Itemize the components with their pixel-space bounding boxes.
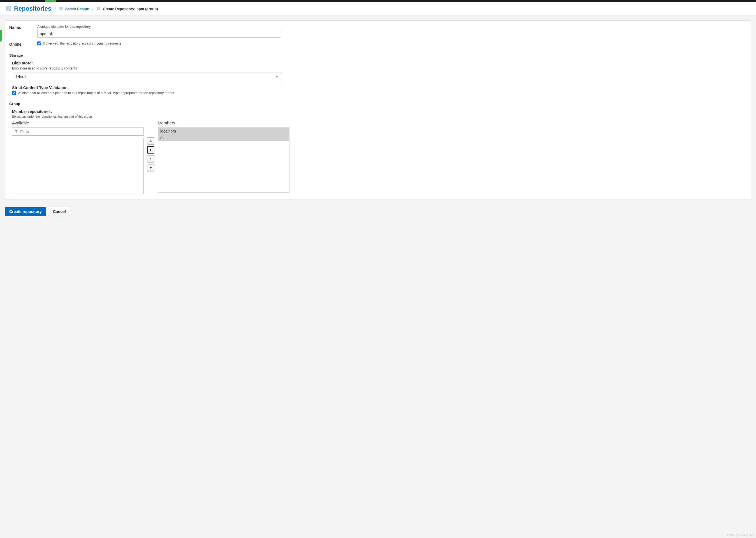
breadcrumb-root[interactable]: Repositories: [14, 5, 51, 12]
move-up-button[interactable]: [147, 137, 154, 144]
top-bar: [0, 0, 756, 2]
members-column: Members localnpm ali: [158, 121, 290, 194]
online-row: Online: If checked, the repository accep…: [9, 41, 747, 46]
blob-store-label: Blob store:: [12, 61, 747, 65]
cancel-button[interactable]: Cancel: [49, 207, 70, 216]
breadcrumb-separator: /: [91, 7, 94, 11]
member-repos-hint: Select and order the repositories that a…: [12, 115, 747, 118]
list-item[interactable]: localnpm: [158, 128, 289, 134]
strict-validation-hint: Validate that all content uploaded to th…: [18, 91, 174, 95]
online-hint: If checked, the repository accepts incom…: [43, 41, 121, 45]
action-bar: Create repository Cancel: [5, 205, 751, 216]
name-hint: A unique identifier for this repository: [37, 25, 281, 28]
strict-validation-checkbox[interactable]: [12, 91, 16, 95]
breadcrumb-current: Create Repository: npm (group): [103, 7, 158, 11]
blob-store-hint: Blob store used to store repository cont…: [12, 66, 747, 70]
move-down-button[interactable]: [147, 164, 154, 172]
dual-list: Available: [12, 121, 747, 194]
breadcrumb-select-recipe[interactable]: Select Recipe: [65, 7, 89, 11]
online-label: Online:: [9, 41, 37, 46]
move-right-button[interactable]: [147, 146, 154, 154]
database-icon: [6, 6, 12, 12]
available-filter-input[interactable]: [12, 128, 144, 135]
name-row: Name: A unique identifier for this repos…: [9, 25, 747, 37]
list-item[interactable]: ali: [158, 134, 289, 141]
storage-header: Storage: [9, 53, 747, 57]
member-repos-label: Member repositories:: [12, 109, 747, 114]
top-bar-accent: [45, 0, 56, 2]
create-repository-button[interactable]: Create repository: [5, 207, 46, 216]
database-icon-sm: [59, 7, 63, 11]
breadcrumb: Repositories / Select Recipe / Create Re…: [0, 2, 756, 16]
available-list[interactable]: [12, 138, 144, 194]
available-column: Available: [12, 121, 144, 194]
members-list[interactable]: localnpm ali: [158, 128, 290, 192]
name-input[interactable]: [37, 30, 281, 37]
filter-icon: [14, 129, 18, 134]
main-form: Name: A unique identifier for this repos…: [5, 21, 751, 200]
strict-validation-label: Strict Content Type Validation:: [12, 85, 747, 90]
side-accent: [0, 30, 2, 41]
group-header: Group: [9, 102, 747, 106]
move-controls: [147, 121, 154, 194]
database-icon-sm: [97, 7, 101, 11]
name-label: Name:: [9, 25, 37, 37]
blob-store-select[interactable]: default: [12, 73, 281, 81]
online-checkbox[interactable]: [37, 41, 41, 45]
available-header: Available: [12, 121, 144, 125]
members-header: Members: [158, 121, 290, 125]
move-left-button[interactable]: [147, 155, 154, 163]
breadcrumb-separator: /: [54, 7, 57, 11]
